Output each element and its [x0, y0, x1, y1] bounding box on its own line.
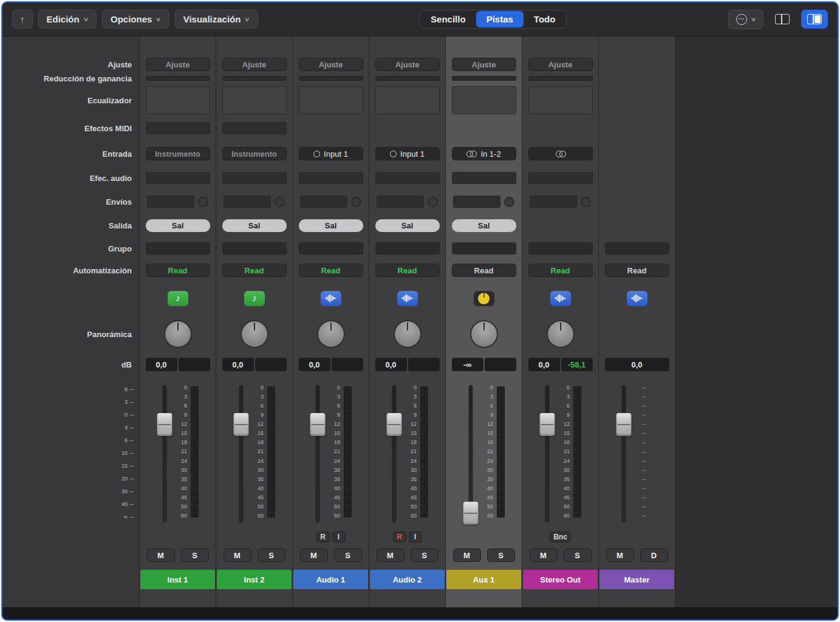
channel-name-tab[interactable]: Aux 1	[446, 570, 521, 589]
view-segment-sencillo[interactable]: Sencillo	[420, 11, 476, 27]
solo-button[interactable]: S	[334, 549, 362, 562]
output-button[interactable]: Sal	[146, 219, 210, 232]
automation-button[interactable]: Read	[299, 264, 363, 277]
audio-fx-slot[interactable]	[528, 172, 593, 184]
group-slot[interactable]	[146, 242, 210, 255]
send-slot[interactable]	[224, 196, 271, 208]
r-button[interactable]: R	[393, 531, 406, 542]
pan-knob[interactable]	[547, 320, 575, 348]
input-button[interactable]: Input 1	[299, 147, 363, 160]
more-options-button[interactable]: ··· ∨	[728, 10, 763, 29]
send-knob[interactable]	[504, 197, 514, 207]
peak-display[interactable]	[332, 358, 363, 371]
menu-visualizacion[interactable]: Visualización ∨	[175, 10, 258, 29]
fader-handle[interactable]	[387, 413, 402, 436]
group-slot[interactable]	[528, 242, 593, 255]
gain-adjust-button[interactable]: Ajuste	[375, 58, 440, 71]
midi-fx-slot[interactable]	[222, 122, 287, 134]
solo-button[interactable]: S	[564, 549, 592, 562]
waveform-icon[interactable]	[397, 291, 418, 306]
bnc-button[interactable]: Bnc	[550, 531, 571, 542]
send-knob[interactable]	[428, 197, 438, 207]
menu-opciones[interactable]: Opciones ∨	[102, 10, 169, 29]
gain-adjust-button[interactable]: Ajuste	[222, 58, 287, 71]
eq-display[interactable]	[528, 86, 593, 114]
group-slot[interactable]	[299, 242, 363, 255]
output-button[interactable]: Sal	[452, 219, 516, 232]
peak-display[interactable]	[179, 358, 210, 371]
audio-fx-slot[interactable]	[452, 172, 516, 184]
pan-knob[interactable]	[317, 320, 345, 348]
audio-fx-slot[interactable]	[222, 172, 287, 184]
eq-display[interactable]	[299, 86, 363, 114]
pan-knob[interactable]	[394, 320, 422, 348]
solo-button[interactable]: S	[411, 549, 439, 562]
fader-track[interactable]	[392, 385, 397, 522]
knob-icon[interactable]	[474, 291, 494, 306]
r-button[interactable]: R	[316, 531, 330, 542]
waveform-icon[interactable]	[550, 291, 571, 306]
waveform-icon[interactable]	[321, 291, 341, 306]
music-note-icon[interactable]: ♪	[244, 291, 265, 306]
eq-display[interactable]	[146, 86, 210, 114]
midi-fx-slot[interactable]	[146, 122, 210, 134]
mute-button[interactable]: M	[530, 549, 558, 562]
level-display[interactable]: 0,0	[528, 358, 560, 371]
fader-handle[interactable]	[157, 413, 172, 436]
fader-handle[interactable]	[310, 413, 326, 436]
output-button[interactable]: Sal	[299, 219, 363, 232]
automation-button[interactable]: Read	[146, 264, 210, 277]
level-display[interactable]: 0,0	[605, 358, 669, 371]
waveform-icon[interactable]	[627, 291, 647, 306]
peak-display[interactable]	[408, 358, 440, 371]
group-slot[interactable]	[222, 242, 287, 255]
pan-knob[interactable]	[241, 320, 268, 348]
input-button[interactable]	[528, 147, 593, 160]
back-button[interactable]: ↑	[12, 10, 33, 29]
menu-edicion[interactable]: Edición ∨	[38, 10, 97, 29]
fader-handle[interactable]	[616, 413, 632, 436]
mute-button[interactable]: M	[224, 549, 251, 562]
single-pane-toggle[interactable]	[801, 10, 828, 29]
level-display[interactable]: -∞	[452, 358, 483, 371]
send-knob[interactable]	[275, 197, 285, 207]
automation-button[interactable]: Read	[528, 264, 593, 277]
send-slot[interactable]	[530, 196, 577, 208]
output-button[interactable]: Sal	[375, 219, 440, 232]
dim-button[interactable]: D	[640, 549, 668, 562]
mute-button[interactable]: M	[377, 549, 405, 562]
music-note-icon[interactable]: ♪	[168, 291, 188, 306]
peak-display[interactable]	[485, 358, 516, 371]
output-button[interactable]: Sal	[222, 219, 287, 232]
eq-display[interactable]	[222, 86, 287, 114]
input-button[interactable]: In 1-2	[452, 147, 516, 160]
level-display[interactable]: 0,0	[299, 358, 330, 371]
input-button[interactable]: Input 1	[375, 147, 440, 160]
audio-fx-slot[interactable]	[299, 172, 363, 184]
fader-track[interactable]	[545, 385, 550, 522]
send-knob[interactable]	[581, 197, 591, 207]
level-display[interactable]: 0,0	[375, 358, 407, 371]
fader-track[interactable]	[316, 385, 320, 522]
solo-button[interactable]: S	[258, 549, 285, 562]
peak-display[interactable]: -58,1	[561, 358, 593, 371]
send-slot[interactable]	[453, 196, 500, 208]
eq-display[interactable]	[452, 86, 516, 114]
level-display[interactable]: 0,0	[222, 358, 254, 371]
channel-name-tab[interactable]: Audio 2	[370, 570, 445, 589]
automation-button[interactable]: Read	[222, 264, 287, 277]
channel-name-tab[interactable]: Master	[599, 570, 674, 589]
gain-adjust-button[interactable]: Ajuste	[452, 58, 516, 71]
automation-button[interactable]: Read	[452, 264, 516, 277]
dual-pane-toggle[interactable]	[769, 10, 796, 29]
group-slot[interactable]	[375, 242, 440, 255]
mute-button[interactable]: M	[606, 549, 634, 562]
automation-button[interactable]: Read	[605, 264, 669, 277]
view-segment-pistas[interactable]: Pistas	[476, 11, 524, 27]
level-display[interactable]: 0,0	[146, 358, 177, 371]
gain-adjust-button[interactable]: Ajuste	[299, 58, 363, 71]
pan-knob[interactable]	[470, 320, 498, 348]
send-slot[interactable]	[377, 196, 424, 208]
eq-display[interactable]	[375, 86, 440, 114]
channel-name-tab[interactable]: Inst 2	[217, 570, 292, 589]
